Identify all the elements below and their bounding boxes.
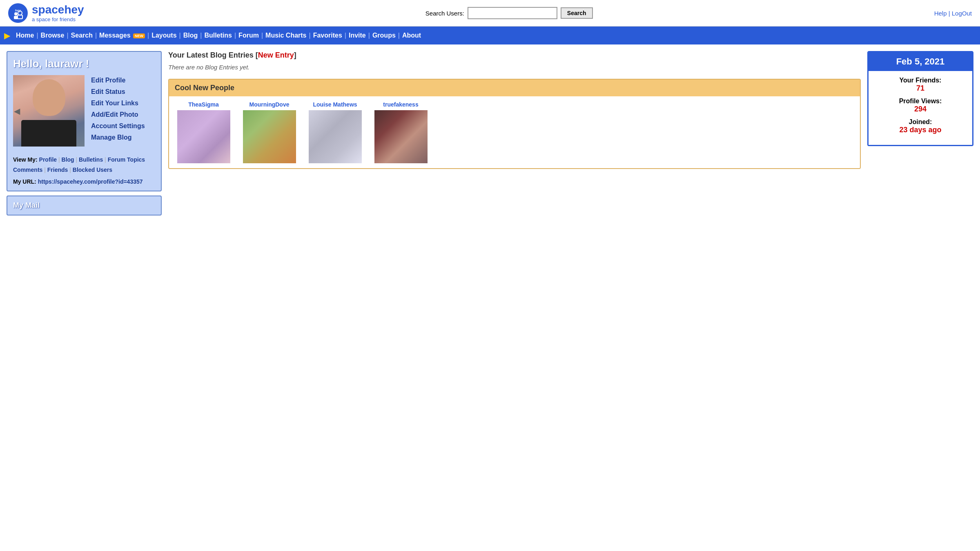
blog-header: Your Latest Blog Entries [New Entry] [168, 51, 861, 60]
my-url-link[interactable]: https://spacehey.com/profile?id=43357 [38, 178, 143, 185]
search-label: Search Users: [425, 10, 464, 17]
friends-value: 71 [874, 84, 967, 93]
nav-item-browse[interactable]: Browse [38, 32, 67, 39]
views-value: 294 [874, 105, 967, 113]
search-input[interactable] [468, 7, 557, 19]
nav-item-layouts[interactable]: Layouts [149, 32, 179, 39]
joined-value: 23 days ago [874, 126, 967, 134]
blog-header-prefix: Your Latest Blog Entries [ [168, 51, 258, 59]
my-mail-box: My Mail [7, 196, 162, 216]
nav-bar: ▶ Home | Browse | Search | Messages NEW … [0, 27, 980, 44]
photo-image [13, 75, 85, 147]
nav-item-about[interactable]: About [400, 32, 423, 39]
nav-item-favorites[interactable]: Favorites [311, 32, 345, 39]
nav-item-messages[interactable]: Messages NEW [97, 32, 147, 39]
profile-section: ◀ Edit Profile Edit Status Edit Your Lin… [13, 75, 155, 147]
logo-icon: hey [8, 3, 28, 23]
logout-link[interactable]: LogOut [952, 10, 972, 17]
views-label: Profile Views: [899, 98, 942, 104]
edit-status-link[interactable]: Edit Status [91, 88, 145, 96]
nav-item-groups[interactable]: Groups [370, 32, 398, 39]
view-my-comments[interactable]: Comments [13, 167, 42, 173]
date-box: Feb 5, 2021 Your Friends: 71 Profile Vie… [867, 51, 973, 146]
cool-person-2-photo [243, 110, 296, 163]
profile-links: Edit Profile Edit Status Edit Your Links… [91, 75, 145, 141]
view-my-blocked[interactable]: Blocked Users [73, 167, 112, 173]
view-my-profile[interactable]: Profile [39, 156, 57, 163]
view-my-bulletins[interactable]: Bulletins [79, 156, 103, 163]
my-url-label: My URL: [13, 178, 36, 185]
account-settings-link[interactable]: Account Settings [91, 122, 145, 130]
top-right-links: Help | LogOut [934, 10, 972, 17]
center-column: Your Latest Blog Entries [New Entry] The… [168, 51, 861, 169]
hello-title: Hello, laurawr ! [13, 58, 155, 70]
nav-item-invite[interactable]: Invite [346, 32, 368, 39]
joined-label: Joined: [909, 118, 932, 125]
blog-header-suffix: ] [294, 51, 296, 59]
cool-person-4-name[interactable]: truefakeness [383, 101, 418, 108]
help-link[interactable]: Help [934, 10, 947, 17]
logo-area: hey spacehey a space for friends [8, 3, 84, 23]
date-stats: Your Friends: 71 Profile Views: 294 Join… [869, 71, 972, 145]
joined-stat: Joined: 23 days ago [874, 118, 967, 134]
view-my-friends[interactable]: Friends [47, 167, 68, 173]
friends-label: Your Friends: [900, 77, 942, 84]
search-button[interactable]: Search [561, 7, 593, 19]
hello-box: Hello, laurawr ! ◀ Edit Profile Edit Sta… [7, 51, 162, 191]
nav-arrow-icon: ▶ [4, 31, 10, 40]
new-entry-link[interactable]: New Entry [258, 51, 294, 59]
date-display: Feb 5, 2021 [869, 52, 972, 71]
cool-person-1-name[interactable]: TheaSigma [188, 101, 219, 108]
cool-person-3-photo [309, 110, 362, 163]
left-column: Hello, laurawr ! ◀ Edit Profile Edit Sta… [7, 51, 162, 216]
my-mail-title: My Mail [13, 201, 155, 210]
view-my-label: View My: [13, 156, 38, 163]
cool-person-3: Louise Mathews [305, 101, 365, 163]
view-my-forum[interactable]: Forum Topics [108, 156, 145, 163]
edit-profile-link[interactable]: Edit Profile [91, 77, 145, 84]
cool-person-2: MourningDove [240, 101, 299, 163]
view-my-blog[interactable]: Blog [62, 156, 74, 163]
logo-text: spacehey a space for friends [32, 4, 84, 22]
profile-photo-container: ◀ [13, 75, 85, 147]
nav-item-bulletins[interactable]: Bulletins [202, 32, 234, 39]
photo-prev-arrow[interactable]: ◀ [14, 106, 20, 116]
cool-person-1: TheaSigma [174, 101, 233, 163]
site-subtitle: a space for friends [32, 16, 84, 22]
cool-people-grid: TheaSigma MourningDove Louise Mathews tr… [169, 96, 860, 168]
search-area: Search Users: Search [425, 7, 593, 19]
manage-blog-link[interactable]: Manage Blog [91, 134, 145, 141]
profile-photo [13, 75, 85, 147]
add-edit-photo-link[interactable]: Add/Edit Photo [91, 111, 145, 118]
views-stat: Profile Views: 294 [874, 98, 967, 113]
nav-item-home[interactable]: Home [13, 32, 36, 39]
cool-person-2-name[interactable]: MourningDove [249, 101, 290, 108]
top-header: hey spacehey a space for friends Search … [0, 0, 980, 27]
cool-people-header: Cool New People [169, 80, 860, 96]
nav-items: Home | Browse | Search | Messages NEW | … [13, 32, 423, 39]
cool-person-4: truefakeness [371, 101, 430, 163]
site-title: spacehey [32, 4, 84, 16]
messages-badge: NEW [133, 33, 145, 38]
nav-item-blog[interactable]: Blog [181, 32, 200, 39]
edit-links-link[interactable]: Edit Your Links [91, 100, 145, 107]
cool-person-1-photo [177, 110, 230, 163]
blog-empty: There are no Blog Entries yet. [168, 64, 861, 71]
svg-point-2 [14, 12, 18, 16]
nav-item-music-charts[interactable]: Music Charts [263, 32, 309, 39]
friends-stat: Your Friends: 71 [874, 77, 967, 93]
view-my-section: View My: Profile | Blog | Bulletins | Fo… [13, 155, 155, 175]
cool-person-3-name[interactable]: Louise Mathews [313, 101, 357, 108]
nav-item-forum[interactable]: Forum [236, 32, 261, 39]
main-content: Hello, laurawr ! ◀ Edit Profile Edit Sta… [0, 44, 980, 216]
url-section: My URL: https://spacehey.com/profile?id=… [13, 178, 155, 185]
cool-people-box: Cool New People TheaSigma MourningDove L… [168, 79, 861, 169]
cool-person-4-photo [374, 110, 428, 163]
right-column: Feb 5, 2021 Your Friends: 71 Profile Vie… [867, 51, 973, 153]
separator: | [949, 10, 952, 17]
nav-item-search[interactable]: Search [69, 32, 95, 39]
